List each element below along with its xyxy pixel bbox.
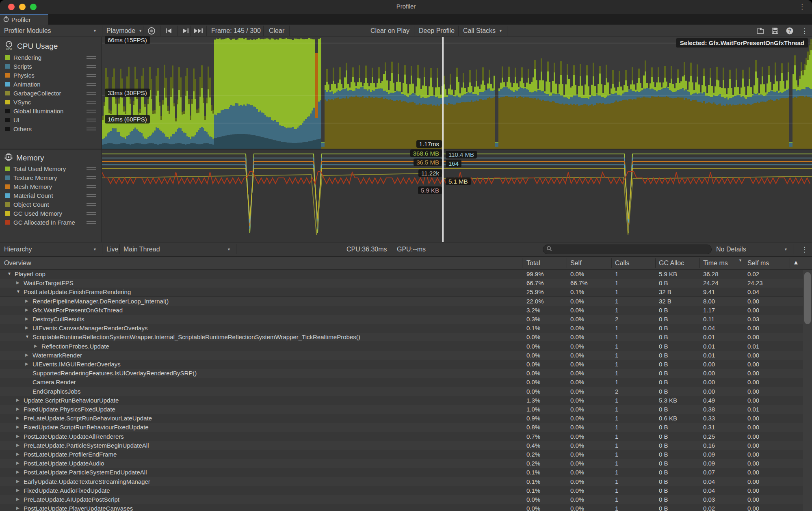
- column-header-self[interactable]: Self: [570, 257, 582, 270]
- column-header-calls[interactable]: Calls: [615, 257, 630, 270]
- drag-handle-icon[interactable]: [87, 73, 96, 78]
- expand-arrow-icon[interactable]: ▶: [16, 470, 19, 474]
- previous-frame-button[interactable]: [164, 25, 173, 37]
- table-row[interactable]: ▶ReflectionProbes.Update0.0%0.0%10 B0.01…: [0, 342, 812, 351]
- expand-arrow-icon[interactable]: ▶: [16, 497, 19, 501]
- collapse-all-icon[interactable]: ▲: [793, 259, 799, 266]
- drag-handle-icon[interactable]: [87, 202, 96, 207]
- table-row[interactable]: ▶EarlyUpdate.UpdateTextureStreamingManag…: [0, 477, 812, 486]
- drag-handle-icon[interactable]: [87, 193, 96, 198]
- legend-item[interactable]: GC Allocated In Frame: [0, 218, 102, 227]
- drag-handle-icon[interactable]: [87, 175, 96, 180]
- expand-arrow-icon[interactable]: ▶: [25, 307, 28, 312]
- table-row[interactable]: ▼PostLateUpdate.FinishFrameRendering25.9…: [0, 288, 812, 297]
- call-stacks-dropdown[interactable]: Call Stacks▼: [463, 25, 502, 37]
- table-row[interactable]: ▶PostLateUpdate.ProfilerEndFrame0.2%0.0%…: [0, 450, 812, 459]
- table-row[interactable]: ▶FixedUpdate.AudioFixedUpdate0.1%0.0%10 …: [0, 486, 812, 495]
- table-row[interactable]: EndGraphicsJobs0.0%0.0%20 B0.000.00: [0, 387, 812, 396]
- expand-arrow-icon[interactable]: ▶: [25, 325, 28, 330]
- table-row[interactable]: ▶PostLateUpdate.PlayerUpdateCanvases0.0%…: [0, 504, 812, 511]
- memory-module-header[interactable]: Memory: [0, 152, 102, 164]
- legend-item[interactable]: Animation: [0, 80, 102, 89]
- expand-arrow-icon[interactable]: ▶: [25, 316, 28, 321]
- details-dropdown[interactable]: No Details▼: [716, 242, 791, 257]
- drag-handle-icon[interactable]: [87, 117, 96, 123]
- legend-item[interactable]: Texture Memory: [0, 173, 102, 182]
- cpu-module-header[interactable]: CPU CPU Usage: [0, 40, 102, 52]
- expand-arrow-icon[interactable]: ▶: [16, 488, 19, 492]
- collapse-arrow-icon[interactable]: ▼: [7, 271, 11, 276]
- current-frame-button[interactable]: [193, 25, 204, 37]
- expand-arrow-icon[interactable]: ▶: [25, 362, 28, 366]
- legend-item[interactable]: Total Used Memory: [0, 164, 102, 173]
- drag-handle-icon[interactable]: [87, 100, 96, 105]
- legend-item[interactable]: GC Used Memory: [0, 209, 102, 218]
- drag-handle-icon[interactable]: [87, 166, 96, 171]
- expand-arrow-icon[interactable]: ▶: [16, 506, 19, 510]
- table-row[interactable]: ▶DestroyCullResults0.3%0.0%20 B0.110.03: [0, 315, 812, 324]
- legend-item[interactable]: Mesh Memory: [0, 182, 102, 191]
- legend-item[interactable]: GarbageCollector: [0, 89, 102, 97]
- table-row[interactable]: SupportedRenderingFeatures.IsUIOverlayRe…: [0, 369, 812, 378]
- legend-item[interactable]: Physics: [0, 71, 102, 80]
- column-header-total[interactable]: Total: [526, 257, 540, 270]
- drag-handle-icon[interactable]: [87, 211, 96, 216]
- next-frame-button[interactable]: [181, 25, 190, 37]
- search-text-field[interactable]: [552, 246, 702, 253]
- table-row[interactable]: ▶Update.ScriptRunBehaviourUpdate1.3%0.0%…: [0, 396, 812, 405]
- expand-arrow-icon[interactable]: ▶: [16, 461, 19, 465]
- table-row[interactable]: Camera.Render0.0%0.0%10 B0.000.00: [0, 378, 812, 387]
- table-row[interactable]: ▶RenderPipelineManager.DoRenderLoop_Inte…: [0, 297, 812, 306]
- playmode-dropdown[interactable]: Playmode▼: [106, 25, 142, 37]
- expand-arrow-icon[interactable]: ▶: [34, 344, 37, 348]
- table-row[interactable]: ▶UIEvents.CanvasManagerRenderOverlays0.1…: [0, 324, 812, 333]
- save-profile-button[interactable]: [771, 25, 779, 37]
- tab-profiler[interactable]: Profiler: [0, 14, 48, 25]
- drag-handle-icon[interactable]: [87, 64, 96, 69]
- table-row[interactable]: ▶FixedUpdate.PhysicsFixedUpdate1.0%0.0%1…: [0, 405, 812, 414]
- table-row[interactable]: ▶PreLateUpdate.AIUpdatePostScript0.0%0.0…: [0, 495, 812, 504]
- table-row[interactable]: ▶FixedUpdate.ScriptRunBehaviourFixedUpda…: [0, 423, 812, 432]
- table-row[interactable]: ▶PostLateUpdate.UpdateAllRenderers0.7%0.…: [0, 432, 812, 441]
- legend-item[interactable]: Others: [0, 124, 102, 133]
- window-kebab-menu-icon[interactable]: ⋮: [799, 2, 806, 11]
- column-header-time-ms[interactable]: Time ms: [703, 257, 728, 270]
- view-mode-dropdown[interactable]: Hierarchy▼: [4, 242, 102, 257]
- table-row[interactable]: ▼ScriptableRuntimeReflectionSystemWrappe…: [0, 333, 812, 342]
- legend-item[interactable]: UI: [0, 115, 102, 124]
- table-row[interactable]: ▶PostLateUpdate.ParticleSystemEndUpdateA…: [0, 468, 812, 477]
- expand-arrow-icon[interactable]: ▶: [16, 452, 19, 456]
- profiler-modules-dropdown[interactable]: Profiler Modules▼: [4, 25, 102, 37]
- legend-item[interactable]: Global Illumination: [0, 106, 102, 115]
- drag-handle-icon[interactable]: [87, 220, 96, 225]
- record-button[interactable]: [147, 25, 156, 37]
- thread-dropdown[interactable]: Main Thread▼: [123, 242, 236, 257]
- expand-arrow-icon[interactable]: ▶: [16, 434, 19, 438]
- table-row[interactable]: ▶WaitForTargetFPS66.7%66.7%10 B24.2424.2…: [0, 279, 812, 288]
- expand-arrow-icon[interactable]: ▶: [25, 353, 28, 357]
- help-button[interactable]: ?: [786, 25, 794, 37]
- column-header-self-ms[interactable]: Self ms: [747, 257, 769, 270]
- legend-item[interactable]: VSync: [0, 97, 102, 106]
- collapse-arrow-icon[interactable]: ▼: [16, 289, 20, 294]
- expand-arrow-icon[interactable]: ▶: [16, 443, 19, 447]
- selected-frame-playhead[interactable]: [442, 37, 444, 242]
- clear-on-play-button[interactable]: Clear on Play: [370, 25, 409, 37]
- collapse-arrow-icon[interactable]: ▼: [25, 334, 29, 339]
- drag-handle-icon[interactable]: [87, 126, 96, 132]
- search-input[interactable]: [543, 245, 712, 254]
- legend-item[interactable]: Object Count: [0, 200, 102, 209]
- cpu-usage-chart[interactable]: [102, 37, 812, 149]
- expand-arrow-icon[interactable]: ▶: [16, 398, 19, 402]
- drag-handle-icon[interactable]: [87, 55, 96, 60]
- expand-arrow-icon[interactable]: ▶: [25, 299, 28, 303]
- column-header-overview[interactable]: Overview: [4, 257, 31, 270]
- expand-arrow-icon[interactable]: ▶: [16, 424, 19, 429]
- expand-arrow-icon[interactable]: ▶: [16, 280, 19, 285]
- deep-profile-button[interactable]: Deep Profile: [419, 25, 455, 37]
- column-header-gc-alloc[interactable]: GC Alloc: [659, 257, 684, 270]
- scrollbar-thumb[interactable]: [804, 272, 811, 324]
- legend-item[interactable]: Rendering: [0, 53, 102, 62]
- legend-item[interactable]: Material Count: [0, 191, 102, 200]
- expand-arrow-icon[interactable]: ▶: [16, 416, 19, 420]
